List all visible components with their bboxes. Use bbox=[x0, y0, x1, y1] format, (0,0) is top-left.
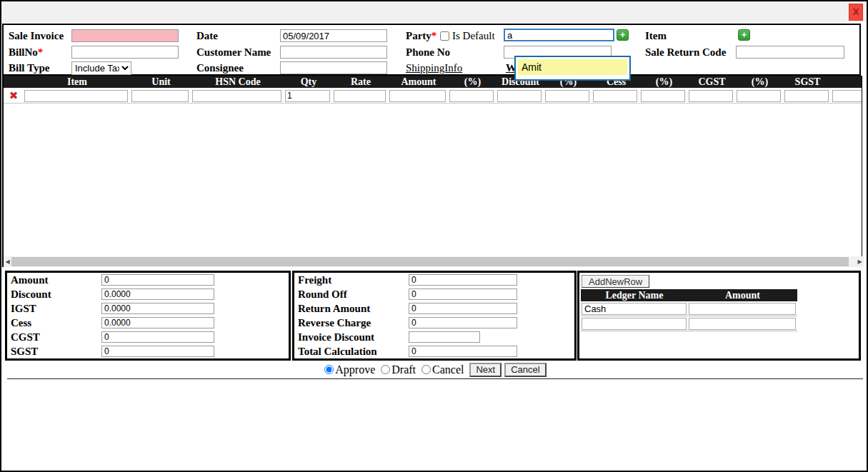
titlebar: X bbox=[1, 1, 867, 22]
col-discount-pct: (%) bbox=[449, 76, 497, 88]
ledger-amount-input[interactable] bbox=[689, 303, 796, 315]
bill-type-label: Bill Type bbox=[9, 62, 49, 74]
delete-column-header bbox=[4, 76, 24, 88]
bill-no-input[interactable] bbox=[71, 46, 179, 59]
col-unit: Unit bbox=[131, 76, 191, 88]
discount-total-label: Discount bbox=[7, 288, 101, 301]
item-row: ✖ bbox=[4, 88, 862, 104]
footer-actions: Approve Draft Cancel Next Cancel bbox=[1, 362, 868, 377]
scroll-right-icon[interactable]: ▶ bbox=[856, 256, 864, 267]
add-party-icon[interactable]: + bbox=[617, 29, 629, 41]
item-input[interactable] bbox=[24, 90, 128, 102]
total-input[interactable] bbox=[832, 90, 862, 102]
return-amount-input[interactable] bbox=[409, 303, 517, 314]
shipping-info-link[interactable]: ShippingInfo bbox=[406, 62, 462, 74]
rate-input[interactable] bbox=[334, 90, 386, 102]
add-item-icon[interactable]: + bbox=[738, 29, 750, 41]
ledger-box: AddNewRow Ledger Name Amount bbox=[577, 271, 861, 361]
delete-row-icon[interactable]: ✖ bbox=[4, 89, 24, 103]
ledger-table: Ledger Name Amount bbox=[581, 289, 797, 331]
party-input[interactable] bbox=[504, 29, 614, 41]
round-off-input[interactable] bbox=[409, 288, 517, 300]
return-amount-label: Return Amount bbox=[294, 303, 409, 315]
igst-total-label: IGST bbox=[7, 303, 101, 315]
close-button[interactable]: X bbox=[849, 4, 863, 21]
consignee-input[interactable] bbox=[280, 61, 387, 74]
date-label: Date bbox=[196, 30, 218, 42]
cancel-button[interactable]: Cancel bbox=[504, 363, 546, 377]
freight-label: Freight bbox=[294, 274, 409, 286]
col-item: Item bbox=[24, 76, 131, 88]
phone-no-label: Phone No bbox=[406, 46, 450, 59]
cancel-radio-label[interactable]: Cancel bbox=[432, 363, 464, 376]
total-calculation-label: Total Calculation bbox=[294, 346, 409, 358]
ledger-table-header: Ledger Name Amount bbox=[581, 289, 797, 301]
sgst-pct-input[interactable] bbox=[737, 90, 781, 102]
ledger-row bbox=[581, 316, 797, 331]
freight-input[interactable] bbox=[409, 274, 517, 286]
discount-pct-input[interactable] bbox=[449, 90, 494, 102]
item-label: Item bbox=[645, 30, 667, 42]
cgst-total-label: CGST bbox=[7, 331, 101, 343]
horizontal-scrollbar[interactable]: ◀ ▶ bbox=[2, 256, 864, 267]
scrollbar-thumb[interactable] bbox=[11, 257, 849, 266]
sgst-input[interactable] bbox=[784, 90, 829, 102]
footer-divider bbox=[7, 378, 863, 379]
cess-input[interactable] bbox=[593, 90, 637, 102]
qty-input[interactable] bbox=[285, 90, 330, 102]
customer-name-label: Customer Name bbox=[196, 46, 271, 59]
ledger-name-column-header: Ledger Name bbox=[581, 289, 688, 301]
cgst-input[interactable] bbox=[689, 90, 733, 102]
is-default-label: Is Default bbox=[452, 30, 495, 42]
amount-input[interactable] bbox=[389, 90, 446, 102]
igst-total-input[interactable] bbox=[101, 303, 214, 314]
discount-total-input[interactable] bbox=[101, 288, 214, 300]
col-sgst-pct: (%) bbox=[736, 76, 784, 88]
invoice-discount-input[interactable] bbox=[409, 331, 480, 343]
total-calculation-input[interactable] bbox=[409, 346, 517, 357]
unit-input[interactable] bbox=[131, 90, 189, 102]
cancel-radio[interactable] bbox=[421, 365, 431, 374]
date-input[interactable] bbox=[280, 29, 387, 42]
hsn-code-input[interactable] bbox=[192, 90, 281, 102]
col-sgst: SGST bbox=[784, 76, 832, 88]
approve-radio-label[interactable]: Approve bbox=[335, 363, 375, 376]
reverse-charge-input[interactable] bbox=[409, 317, 517, 328]
sale-return-code-label: Sale Return Code bbox=[645, 46, 726, 59]
add-new-row-button[interactable]: AddNewRow bbox=[582, 275, 649, 288]
items-table-header: Item Unit HSN Code Qty Rate Amount (%) D… bbox=[4, 76, 862, 88]
approve-radio[interactable] bbox=[324, 365, 334, 374]
cess-total-input[interactable] bbox=[101, 317, 214, 328]
col-amount: Amount bbox=[389, 76, 449, 88]
cgst-total-input[interactable] bbox=[101, 331, 214, 343]
is-default-checkbox[interactable] bbox=[440, 31, 449, 41]
customer-name-input[interactable] bbox=[280, 46, 387, 59]
autocomplete-item[interactable]: Amit bbox=[518, 59, 627, 75]
cess-pct-input[interactable] bbox=[545, 90, 589, 102]
col-total: T bbox=[832, 76, 862, 88]
invoice-discount-label: Invoice Discount bbox=[294, 331, 409, 343]
ledger-amount-input[interactable] bbox=[689, 318, 796, 330]
draft-radio[interactable] bbox=[381, 365, 390, 374]
ledger-name-input[interactable] bbox=[582, 303, 687, 315]
totals-middle-box: Freight Round Off Return Amount Reverse … bbox=[292, 271, 577, 361]
bill-type-select[interactable]: Include Tax bbox=[71, 61, 131, 75]
col-cgst: CGST bbox=[688, 76, 736, 88]
cgst-pct-input[interactable] bbox=[641, 90, 685, 102]
bill-no-label: BillNo* bbox=[9, 46, 43, 59]
ledger-name-input[interactable] bbox=[582, 318, 687, 330]
required-asterisk: * bbox=[38, 46, 44, 58]
consignee-label: Consignee bbox=[196, 62, 244, 74]
sale-return-code-input[interactable] bbox=[736, 46, 844, 59]
ledger-row bbox=[581, 301, 797, 316]
discount-input[interactable] bbox=[497, 90, 542, 102]
scroll-left-icon[interactable]: ◀ bbox=[4, 256, 11, 267]
reverse-charge-label: Reverse Charge bbox=[294, 317, 409, 329]
amount-total-input[interactable] bbox=[101, 274, 214, 286]
required-asterisk: * bbox=[431, 30, 437, 41]
col-cgst-pct: (%) bbox=[640, 76, 688, 88]
sale-invoice-input[interactable] bbox=[71, 29, 179, 42]
sgst-total-input[interactable] bbox=[101, 346, 214, 357]
next-button[interactable]: Next bbox=[469, 363, 502, 377]
draft-radio-label[interactable]: Draft bbox=[391, 363, 416, 376]
